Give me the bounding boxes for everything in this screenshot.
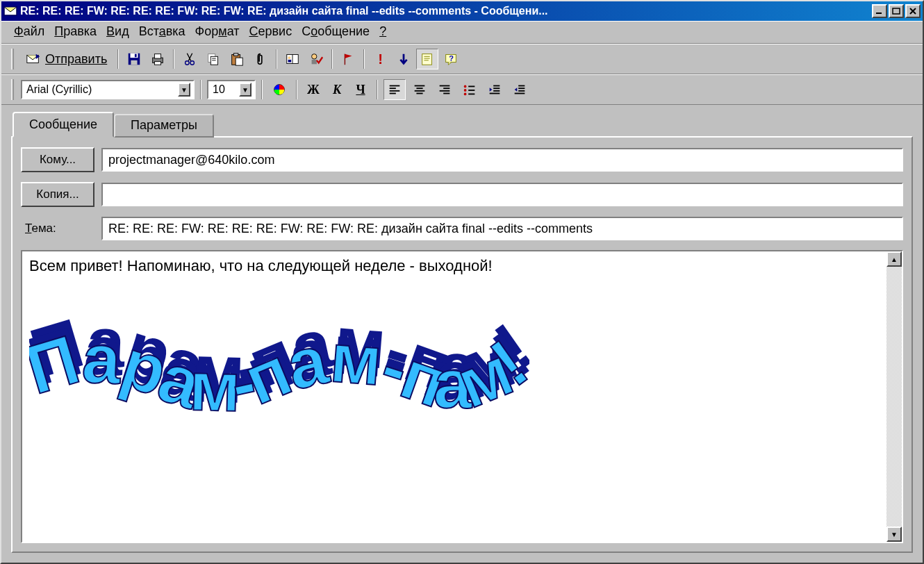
scroll-track[interactable] [886, 267, 902, 526]
underline-button[interactable]: Ч [350, 79, 371, 100]
to-input[interactable]: projectmanager@640kilo.com [101, 148, 903, 172]
body-text-line1: Всем привет! Напоминаю, что на следующей… [29, 257, 880, 275]
menu-format[interactable]: Формат [195, 24, 240, 39]
menu-view[interactable]: Вид [106, 24, 129, 39]
svg-rect-29 [422, 54, 432, 65]
minimize-button[interactable] [872, 4, 887, 18]
svg-text:!: ! [379, 51, 383, 67]
subject-input[interactable]: RE: RE: RE: FW: RE: RE: RE: FW: RE: FW: … [101, 217, 903, 240]
bullets-button[interactable] [459, 79, 481, 100]
tab-message[interactable]: Сообщение [13, 112, 114, 138]
chevron-down-icon[interactable]: ▼ [178, 83, 190, 97]
address-book-button[interactable] [281, 49, 304, 69]
menu-message[interactable]: Сообщение [302, 24, 370, 39]
menu-service[interactable]: Сервис [249, 24, 292, 39]
options-button[interactable] [416, 49, 438, 69]
paste-button[interactable] [226, 49, 248, 69]
font-size-combo[interactable]: 10 ▼ [207, 80, 256, 99]
svg-text:?: ? [449, 54, 454, 63]
chevron-down-icon[interactable]: ▼ [239, 83, 251, 97]
font-color-button[interactable] [268, 79, 290, 100]
italic-button[interactable]: К [327, 79, 347, 100]
svg-rect-26 [312, 60, 317, 64]
align-left-button[interactable] [383, 79, 406, 100]
svg-rect-6 [131, 53, 138, 58]
svg-rect-7 [131, 60, 138, 65]
svg-rect-10 [155, 54, 161, 58]
svg-point-25 [312, 54, 317, 59]
flag-button[interactable] [337, 49, 359, 69]
format-toolbar: Arial (Cyrillic) ▼ 10 ▼ Ж К Ч [1, 74, 923, 105]
svg-point-12 [185, 61, 190, 65]
priority-high-button[interactable]: ! [369, 49, 391, 69]
menu-bar: Файл Правка Вид Вставка Формат Сервис Со… [1, 21, 923, 44]
form-panel: Кому... projectmanager@640kilo.com Копия… [11, 136, 913, 553]
toolbar-grip[interactable] [11, 49, 14, 69]
priority-low-button[interactable] [393, 49, 415, 69]
svg-rect-15 [211, 56, 218, 65]
menu-edit[interactable]: Правка [54, 24, 97, 39]
window-title: RE: RE: RE: FW: RE: RE: RE: FW: RE: FW: … [20, 5, 872, 17]
svg-rect-2 [876, 13, 882, 14]
svg-point-50 [464, 93, 467, 96]
menu-help[interactable]: ? [379, 24, 386, 39]
svg-point-13 [190, 61, 195, 65]
close-button[interactable] [905, 4, 921, 18]
message-body[interactable]: Всем привет! Напоминаю, что на следующей… [21, 250, 903, 543]
svg-rect-11 [155, 62, 161, 65]
compose-window: RE: RE: RE: FW: RE: RE: RE: FW: RE: FW: … [0, 0, 924, 564]
outdent-button[interactable] [484, 79, 506, 100]
body-scrollbar[interactable]: ▲ ▼ [886, 251, 902, 542]
cc-input[interactable] [101, 183, 903, 206]
print-button[interactable] [147, 49, 169, 69]
cc-button[interactable]: Копия... [21, 182, 94, 207]
scroll-down-button[interactable]: ▼ [886, 526, 902, 542]
to-button[interactable]: Кому... [21, 147, 94, 172]
font-name-value: Arial (Cyrillic) [26, 83, 92, 96]
maximize-button[interactable] [889, 4, 904, 18]
format-grip[interactable] [11, 79, 14, 100]
menu-file[interactable]: Файл [14, 24, 44, 39]
wordart-graphic: Парам-пам-пам! Парам-пам-пам! Парам-пам-… [29, 306, 880, 445]
cut-button[interactable] [179, 49, 201, 69]
svg-point-23 [288, 56, 291, 59]
svg-point-48 [464, 85, 467, 88]
subject-label: Тема: [21, 222, 94, 235]
check-names-button[interactable] [305, 49, 327, 69]
svg-rect-24 [288, 60, 292, 63]
svg-rect-19 [234, 53, 238, 56]
copy-button[interactable] [202, 49, 224, 69]
menu-insert[interactable]: Вставка [139, 24, 185, 39]
font-size-value: 10 [213, 83, 225, 96]
font-name-combo[interactable]: Arial (Cyrillic) ▼ [21, 80, 195, 99]
svg-rect-20 [236, 58, 242, 65]
align-right-button[interactable] [434, 79, 456, 100]
title-bar: RE: RE: RE: FW: RE: RE: RE: FW: RE: FW: … [1, 1, 923, 21]
main-toolbar: Отправить ! ? [1, 44, 923, 74]
indent-button[interactable] [509, 79, 531, 100]
attach-button[interactable] [249, 49, 272, 69]
svg-point-49 [464, 89, 467, 92]
bold-button[interactable]: Ж [303, 79, 324, 100]
tab-strip: Сообщение Параметры [1, 105, 923, 138]
help-button[interactable]: ? [440, 49, 462, 69]
tab-params[interactable]: Параметры [114, 114, 214, 138]
svg-rect-3 [893, 8, 900, 14]
save-button[interactable] [123, 49, 145, 69]
mail-icon [3, 5, 17, 17]
scroll-up-button[interactable]: ▲ [886, 251, 902, 267]
send-button[interactable]: Отправить [19, 48, 113, 70]
align-center-button[interactable] [409, 79, 431, 100]
svg-rect-8 [135, 54, 137, 58]
